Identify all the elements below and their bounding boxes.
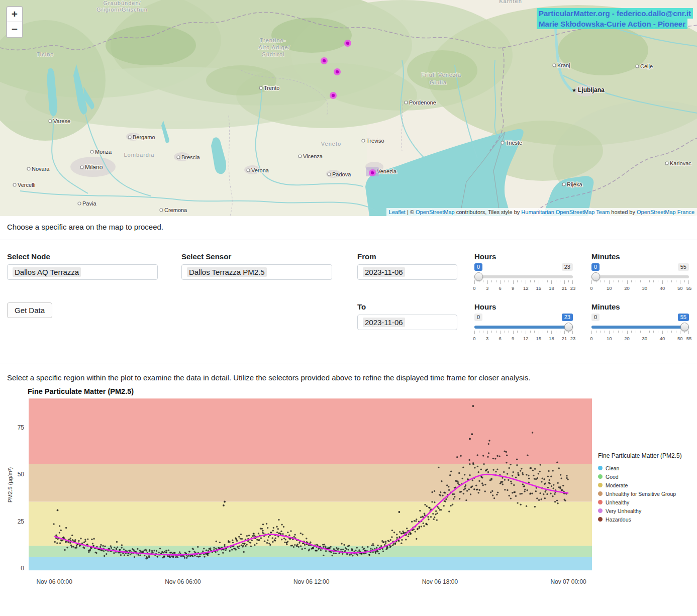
- legend-item[interactable]: Clean: [598, 464, 693, 472]
- chart: Fine Particulate Matter (PM2.5) 0255075P…: [0, 384, 697, 608]
- city-label: Venezia: [377, 168, 397, 174]
- ruler-tick-label: 23: [566, 285, 579, 291]
- attribution-text: contributors, Tiles style by: [455, 209, 522, 215]
- ruler-tick: [474, 280, 475, 284]
- get-data-button[interactable]: Get Data: [7, 302, 52, 318]
- y-tick-label: 75: [18, 424, 25, 431]
- zoom-out-button[interactable]: −: [7, 22, 22, 37]
- ruler-tick: [522, 331, 522, 333]
- ruler-tick: [623, 331, 623, 333]
- sensor-input[interactable]: Dallos Terrazza PM2.5: [181, 264, 332, 280]
- map-attribution: Leaflet | © OpenStreetMap contributors, …: [386, 208, 697, 216]
- legend-item[interactable]: Very Unhealthy: [598, 506, 693, 515]
- legend-item[interactable]: Moderate: [598, 481, 693, 489]
- city-dot: [636, 65, 639, 68]
- map[interactable]: Graubünden/Grigioni/GrischunKärntenTicin…: [0, 0, 697, 216]
- ruler-tick-label: 23: [566, 336, 579, 341]
- ruler-tick: [500, 280, 501, 284]
- city-label: Trieste: [506, 140, 522, 146]
- attribution-link[interactable]: OpenStreetMap France: [637, 209, 694, 215]
- ruler-tick: [491, 331, 492, 333]
- node-input[interactable]: Dallos AQ Terrazza: [7, 264, 158, 280]
- ruler-tick-label: 10: [603, 285, 616, 291]
- sensor-marker-core: [332, 94, 335, 97]
- from-minutes-slider-thumb[interactable]: [591, 272, 600, 281]
- to-date-value: 2023-11-06: [363, 318, 405, 327]
- ruler-tick: [479, 331, 479, 333]
- city-label: Varese: [53, 118, 70, 124]
- city-label: Padova: [332, 171, 351, 177]
- zoom-in-button[interactable]: +: [7, 7, 22, 22]
- legend-dot-icon: [598, 491, 603, 496]
- to-hours-slider-track[interactable]: [474, 326, 573, 329]
- to-hours-slider-label: Hours: [474, 302, 496, 311]
- legend-label: Good: [606, 474, 619, 480]
- from-minutes-slider-max-badge: 55: [678, 263, 689, 271]
- from-hours-slider-max-badge: 23: [562, 263, 573, 271]
- ruler-tick: [496, 331, 496, 333]
- legend-dot-icon: [598, 474, 603, 479]
- attribution-link[interactable]: Humanitarian OpenStreetMap Team: [521, 209, 610, 215]
- ruler-tick: [680, 331, 680, 334]
- legend-title: Fine Particulate Matter (PM2.5): [598, 452, 693, 459]
- from-date-input[interactable]: 2023-11-06: [357, 264, 457, 280]
- ruler-tick: [614, 280, 614, 282]
- from-hours-slider-thumb[interactable]: [474, 272, 483, 281]
- plot-area[interactable]: [29, 398, 592, 570]
- ruler-tick: [645, 331, 645, 334]
- ruler-tick-label: 3: [481, 285, 494, 291]
- ruler-tick-label: 0: [468, 336, 481, 341]
- from-minutes-slider-min-badge: 0: [591, 263, 600, 271]
- city-dot: [49, 120, 52, 123]
- ruler-tick: [662, 331, 663, 334]
- from-hours-slider-track[interactable]: [474, 275, 573, 278]
- node-value: Dallos AQ Terrazza: [13, 267, 81, 277]
- ruler-tick: [491, 280, 492, 282]
- attribution-link[interactable]: Leaflet: [389, 209, 406, 215]
- map-canvas[interactable]: Graubünden/Grigioni/GrischunKärntenTicin…: [0, 0, 697, 216]
- attribution-link[interactable]: OpenStreetMap: [416, 209, 455, 215]
- sensor-marker-core: [323, 59, 326, 62]
- ruler-tick: [487, 280, 488, 284]
- ruler-tick: [640, 331, 641, 333]
- to-hours-slider-thumb[interactable]: [564, 323, 573, 331]
- to-hours-slider-min-badge: 0: [474, 314, 482, 321]
- city-dot: [259, 86, 262, 89]
- ruler-tick: [618, 280, 619, 282]
- ruler-tick: [556, 331, 556, 333]
- city-label: Cremona: [164, 207, 187, 213]
- ruler-tick-label: 12: [519, 285, 532, 291]
- city-label: Rijeka: [567, 181, 582, 187]
- ruler-tick: [513, 280, 514, 284]
- x-tick-label: Nov 06 06:00: [165, 578, 201, 585]
- from-minutes-slider-track[interactable]: [591, 275, 689, 278]
- attribution-text: | ©: [406, 209, 416, 215]
- ruler-tick: [547, 331, 548, 333]
- ruler-tick: [684, 331, 685, 333]
- ruler-tick: [671, 280, 672, 282]
- ruler-tick: [487, 331, 488, 334]
- legend-item[interactable]: Hazardous: [598, 515, 693, 524]
- city-dot: [553, 64, 556, 67]
- to-minutes-slider-thumb[interactable]: [680, 323, 689, 331]
- plot-canvas[interactable]: 0255075PM2.5 (µg/m³)Nov 06 00:00Nov 06 0…: [0, 384, 697, 605]
- divider: [0, 240, 697, 240]
- ruler-tick: [631, 280, 632, 282]
- ruler-tick: [649, 331, 650, 333]
- city-dot: [128, 136, 131, 139]
- ruler-tick: [609, 331, 610, 334]
- ruler-tick-label: 18: [545, 336, 558, 341]
- ruler-tick: [568, 331, 569, 333]
- legend-label: Unhealthy: [606, 499, 629, 505]
- to-minutes-slider-track[interactable]: [591, 326, 689, 329]
- region-label: Veneto: [321, 141, 341, 147]
- legend-item[interactable]: Unhealthy: [598, 498, 693, 506]
- ruler-tick: [596, 280, 596, 282]
- ruler-tick: [631, 331, 632, 333]
- ruler-tick: [551, 280, 552, 284]
- ruler-tick: [601, 280, 601, 282]
- legend-item[interactable]: Good: [598, 472, 693, 481]
- legend-item[interactable]: Unhealthy for Sensitive Group: [598, 489, 693, 498]
- to-date-input[interactable]: 2023-11-06: [357, 315, 457, 330]
- ruler-tick: [601, 331, 601, 333]
